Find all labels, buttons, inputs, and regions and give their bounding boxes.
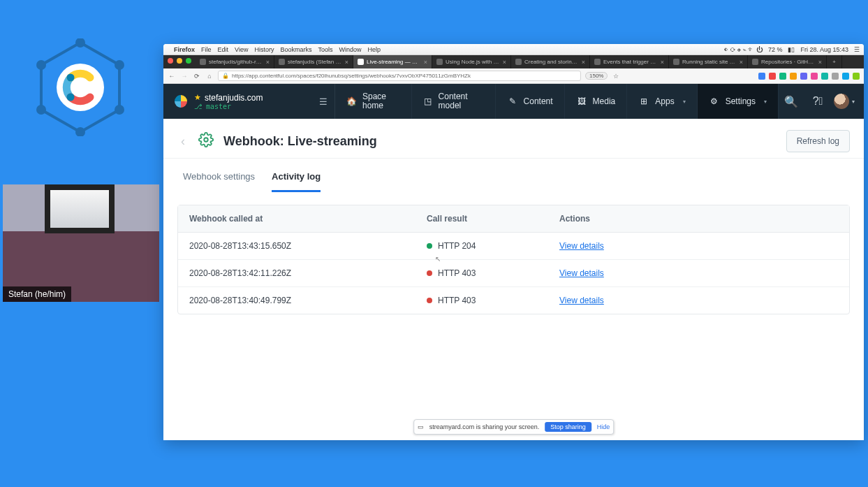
zoom-badge[interactable]: 150% [585, 72, 608, 80]
extension-icon[interactable] [800, 73, 807, 80]
extension-icon[interactable] [758, 73, 765, 80]
apps-icon: ⊞ [638, 96, 649, 107]
menu-tools[interactable]: Tools [318, 46, 332, 53]
tab-close-icon[interactable]: × [740, 59, 743, 66]
gear-icon: ⚙ [709, 96, 720, 107]
space-switcher[interactable]: ★stefanjudis.com ⎇master [163, 84, 312, 119]
nav-home-icon[interactable]: ⌂ [205, 73, 214, 80]
new-tab-button[interactable]: + [827, 55, 842, 68]
space-name: stefanjudis.com [205, 93, 263, 103]
browser-tab[interactable]: stefanjudis/github-readme-w…× [196, 55, 274, 68]
lock-icon: 🔒 [222, 73, 229, 79]
menu-file[interactable]: File [201, 46, 212, 53]
user-menu[interactable]: ▾ [832, 84, 857, 119]
menu-window[interactable]: Window [339, 46, 361, 53]
browser-window: Firefox File Edit View History Bookmarks… [163, 44, 864, 440]
menubar-search-icon[interactable]: ☰ [854, 46, 860, 53]
nav-settings[interactable]: ⚙ Settings ▾ [698, 84, 779, 119]
menu-bookmarks[interactable]: Bookmarks [280, 46, 311, 53]
search-icon[interactable]: 🔍 [779, 84, 804, 119]
browser-tab[interactable]: Running static site builds wi…× [669, 55, 748, 68]
image-icon: 🖼 [576, 96, 587, 107]
nav-space-home[interactable]: 🏠 Space home [335, 84, 412, 119]
nav-label: Apps [655, 96, 674, 106]
nav-media[interactable]: 🖼 Media [565, 84, 628, 119]
cell-result: HTTP 204↖ [427, 241, 559, 251]
view-details-link[interactable]: View details [559, 241, 604, 251]
menubar-clock[interactable]: Fri 28. Aug 15:43 [800, 46, 848, 53]
hide-sharing-bar-button[interactable]: Hide [597, 423, 610, 430]
tab-close-icon[interactable]: × [503, 59, 506, 66]
nav-collapse-icon[interactable]: ☰ [312, 84, 335, 119]
battery-percent: 72 % [768, 46, 783, 53]
extension-icon[interactable] [821, 73, 828, 80]
page-header: ‹ Webhook: Live-streaming Refresh log [163, 119, 864, 159]
extension-icons[interactable] [758, 73, 860, 80]
menubar-status-icons[interactable]: ◐ ⟳ ⊕ ⌁ ᯤ ⏻ [724, 46, 763, 53]
view-details-link[interactable]: View details [559, 296, 604, 305]
extension-icon[interactable] [790, 73, 797, 80]
browser-tab[interactable]: Creating and storing encryp…× [511, 55, 590, 68]
tab-close-icon[interactable]: × [661, 59, 664, 66]
menu-edit[interactable]: Edit [218, 46, 229, 53]
nav-content-model[interactable]: ◳ Content model [412, 84, 495, 119]
status-text: HTTP 204 [438, 241, 476, 251]
avatar [834, 94, 849, 109]
tab-favicon [358, 59, 364, 65]
tab-close-icon[interactable]: × [818, 59, 822, 66]
tab-favicon [200, 59, 206, 65]
tab-close-icon[interactable]: × [266, 59, 270, 66]
tab-label: Live-streaming — Webhooks [367, 59, 421, 65]
tab-close-icon[interactable]: × [424, 59, 427, 66]
bookmark-star-icon[interactable]: ☆ [612, 73, 620, 80]
refresh-log-button[interactable]: Refresh log [786, 130, 850, 152]
extension-icon[interactable] [842, 73, 849, 80]
tab-close-icon[interactable]: × [582, 59, 585, 66]
svg-point-2 [115, 60, 124, 70]
screen-share-indicator: ▭ streamyard.com is sharing your screen.… [413, 419, 615, 435]
extension-icon[interactable] [811, 73, 818, 80]
tab-favicon [673, 59, 679, 65]
browser-tab[interactable]: stefanjudis (Stefan Judis) · …× [274, 55, 353, 68]
tab-activity-log[interactable]: Activity log [272, 171, 321, 192]
menu-history[interactable]: History [254, 46, 274, 53]
extension-icon[interactable] [769, 73, 776, 80]
svg-point-10 [204, 138, 208, 142]
browser-tab[interactable]: Live-streaming — Webhooks× [353, 55, 432, 68]
webhook-gear-icon [198, 132, 214, 150]
nav-apps[interactable]: ⊞ Apps ▾ [627, 84, 697, 119]
extension-icon[interactable] [832, 73, 839, 80]
star-icon: ★ [194, 93, 201, 102]
tab-webhook-settings[interactable]: Webhook settings [183, 171, 255, 192]
back-button[interactable]: ‹ [177, 134, 189, 149]
view-details-link[interactable]: View details [559, 268, 604, 278]
browser-tab[interactable]: Repositories · GitHub Docs× [748, 55, 827, 68]
window-traffic-lights[interactable] [168, 58, 191, 64]
tab-close-icon[interactable]: × [345, 59, 348, 66]
page-tabs: Webhook settings Activity log [163, 159, 864, 192]
nav-content[interactable]: ✎ Content [496, 84, 565, 119]
presenter-name-badge: Stefan (he/him) [3, 286, 71, 302]
menu-view[interactable]: View [235, 46, 248, 53]
browser-tab[interactable]: Using Node.js with GitHub A…× [432, 55, 511, 68]
nav-forward-icon[interactable]: → [180, 73, 189, 80]
tab-favicon [594, 59, 601, 65]
tab-label: Using Node.js with GitHub A… [446, 59, 500, 65]
nav-reload-icon[interactable]: ⟳ [193, 73, 201, 80]
contentful-logo-icon [175, 95, 187, 108]
browser-tab[interactable]: Events that trigger workflow…× [590, 55, 669, 68]
help-icon[interactable]: ?⃝ [805, 84, 830, 119]
tab-label: stefanjudis (Stefan Judis) · … [288, 59, 342, 65]
app-name[interactable]: Firefox [174, 46, 195, 53]
browser-toolbar: ← → ⟳ ⌂ 🔒 https://app.contentful.com/spa… [163, 68, 864, 84]
tab-label: stefanjudis/github-readme-w… [209, 59, 263, 65]
cell-timestamp: 2020-08-28T13:40:49.799Z [189, 296, 427, 305]
nav-label: Content model [439, 92, 484, 110]
address-bar[interactable]: 🔒 https://app.contentful.com/spaces/f20l… [218, 71, 581, 81]
stop-sharing-button[interactable]: Stop sharing [545, 422, 591, 432]
extension-icon[interactable] [779, 73, 786, 80]
nav-back-icon[interactable]: ← [168, 73, 176, 80]
cell-timestamp: 2020-08-28T13:42:11.226Z [189, 268, 427, 278]
extension-icon[interactable] [853, 73, 860, 80]
menu-help[interactable]: Help [367, 46, 381, 53]
